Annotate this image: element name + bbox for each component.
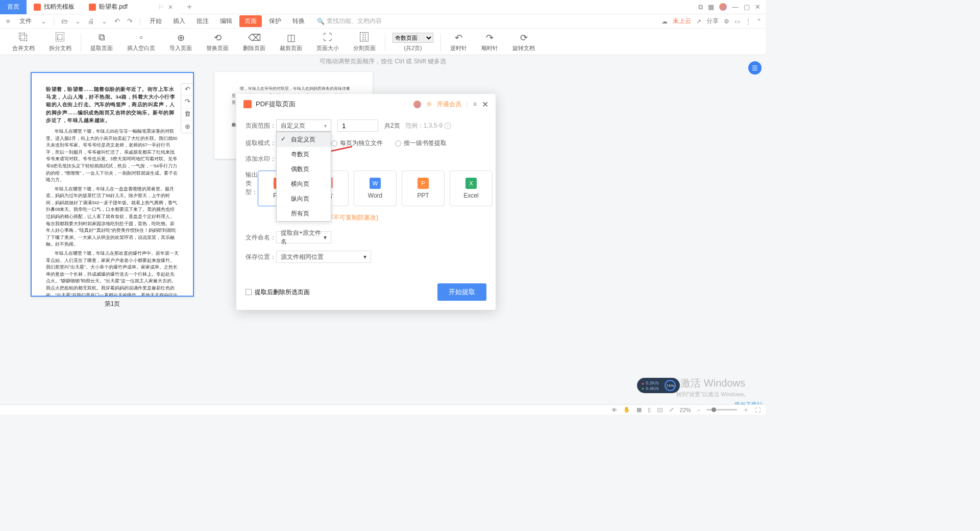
opt-even[interactable]: 偶数页: [277, 162, 331, 177]
type-excel[interactable]: XExcel: [450, 171, 493, 206]
tab-home[interactable]: 首页: [0, 0, 27, 14]
search-box[interactable]: 🔍 查找功能、文档内容: [317, 17, 382, 26]
tool-rotate-ccw[interactable]: ↶逆时针: [443, 33, 474, 52]
chevron-down-icon[interactable]: ⌄: [39, 17, 48, 25]
tool-rotate-ccw-label: 逆时针: [450, 44, 467, 52]
range-select-value: 自定义页: [281, 122, 305, 130]
tab-document[interactable]: 盼望着.pdf ⚐ ✕: [82, 0, 180, 14]
dialog-avatar[interactable]: [413, 101, 421, 108]
opt-portrait[interactable]: 纵向页: [277, 191, 331, 206]
print-icon[interactable]: 🖨: [86, 17, 96, 25]
collapse-icon[interactable]: ⌃: [756, 18, 762, 25]
zoom-slider[interactable]: [706, 409, 737, 411]
dialog-footer: 提取后删除所选页面 开始提取: [236, 281, 496, 310]
menu-page[interactable]: 页面: [239, 15, 262, 27]
tool-divide[interactable]: ⿲分割页面: [346, 33, 383, 52]
tool-rotate-doc[interactable]: ⟳旋转文档: [505, 33, 542, 52]
close-icon[interactable]: ✕: [755, 3, 761, 11]
opt-all[interactable]: 所有页: [277, 206, 331, 221]
two-page-icon[interactable]: ▯▯: [657, 406, 663, 413]
page1-label: 第1页: [105, 300, 120, 308]
rotate-cw-icon[interactable]: ↷: [181, 96, 193, 108]
minimize-icon[interactable]: —: [732, 3, 739, 11]
tool-crop[interactable]: ◫裁剪页面: [273, 33, 309, 52]
zoom-value: 22%: [680, 407, 691, 413]
fit-icon[interactable]: ⤢: [669, 406, 674, 413]
zoom-out-icon[interactable]: −: [697, 407, 700, 413]
tool-replace[interactable]: ⟲替换页面: [199, 33, 236, 52]
kebab-icon[interactable]: ⋮: [745, 18, 751, 25]
rotate-doc-icon: ⟳: [520, 33, 528, 43]
single-page-icon[interactable]: ▯: [648, 406, 651, 413]
chevron-down-icon[interactable]: ⌄: [73, 17, 83, 25]
rotate-ccw-icon[interactable]: ↶: [181, 84, 193, 96]
menu-edit[interactable]: 编辑: [216, 15, 236, 27]
opt-custom[interactable]: 自定义页: [277, 132, 331, 147]
tool-size[interactable]: ⛶页面大小: [309, 33, 346, 52]
tool-import[interactable]: ⊕导入页面: [162, 33, 199, 52]
drag-hint: 可拖动调整页面顺序，按住 Ctrl 或 Shift 键多选: [0, 55, 766, 68]
chk-delete-after[interactable]: 提取后删除所选页面: [246, 288, 310, 297]
hamburger-icon[interactable]: ≡: [4, 17, 12, 25]
start-extract-button[interactable]: 开始提取: [437, 283, 486, 301]
gear-icon[interactable]: ⚙: [724, 18, 729, 25]
naming-value: 提取自+原文件名: [281, 229, 324, 246]
hand-icon[interactable]: ✋: [623, 406, 630, 413]
vip-link[interactable]: 开通会员: [437, 100, 461, 109]
opt-odd[interactable]: 奇数页: [277, 147, 331, 162]
redo-icon[interactable]: ↷: [125, 17, 135, 25]
undo-icon[interactable]: ↶: [112, 17, 122, 25]
page-thumb-1[interactable]: 盼望着，盼望着……随着似盼的新年近了。街市上车水马龙，人山人海，好不热闹。34路…: [31, 72, 194, 297]
trash-icon[interactable]: 🗑: [181, 108, 193, 120]
menu-convert[interactable]: 转换: [288, 15, 309, 27]
tool-blank[interactable]: ▫插入空白页: [120, 33, 162, 52]
fullscreen-icon[interactable]: ⛶: [755, 407, 761, 413]
chevron-down-icon[interactable]: ⌄: [100, 17, 109, 25]
tool-merge[interactable]: ⿻合并文档: [5, 33, 42, 52]
grid-icon[interactable]: ▦: [636, 406, 642, 413]
menu-protect[interactable]: 保护: [265, 15, 285, 27]
menu-insert[interactable]: 插入: [169, 15, 189, 27]
tool-rotate-cw[interactable]: ↷顺时针: [474, 33, 505, 52]
page-select-dropdown[interactable]: 奇数页面: [393, 33, 433, 43]
dialog-menu-icon[interactable]: ≡: [473, 101, 477, 108]
chk-delete-after-label: 提取后删除所选页面: [255, 288, 310, 297]
open-icon[interactable]: 🗁: [59, 17, 70, 25]
savepath-select[interactable]: 源文件相同位置▾: [276, 251, 371, 263]
page-input[interactable]: [337, 119, 378, 132]
dialog-close-icon[interactable]: ✕: [482, 100, 488, 109]
type-ppt[interactable]: PPPT: [402, 171, 445, 206]
type-word[interactable]: WWord: [354, 171, 397, 206]
menu-start[interactable]: 开始: [145, 15, 166, 27]
panel-icon[interactable]: ▭: [734, 18, 740, 25]
radio-per-page[interactable]: 每页为独立文件: [331, 139, 383, 148]
zoom-in-icon[interactable]: ＋: [743, 406, 749, 414]
float-help-button[interactable]: ☰: [748, 61, 762, 75]
page1-para-3: 年味儿在哪里？嗯，年味儿在那欢喜的爆竹声中。新年第一天零点始。人们竟住了睡意，家…: [46, 250, 179, 297]
apps-icon[interactable]: ▦: [708, 3, 714, 11]
maximize-icon[interactable]: ▢: [744, 3, 750, 11]
naming-select[interactable]: 提取自+原文件名▾: [276, 231, 331, 244]
tool-extract[interactable]: ⧉提取页面: [83, 33, 120, 52]
avatar[interactable]: [719, 3, 727, 11]
tab-close-icon[interactable]: ✕: [168, 4, 173, 11]
zoom-in-icon[interactable]: ⊕: [181, 120, 193, 133]
radio-bookmark[interactable]: 按一级书签提取: [395, 139, 447, 148]
tool-split[interactable]: ⿴拆分文档: [42, 33, 79, 52]
perf-gauge: 0.2K/s0.4K/s 74%: [637, 378, 680, 393]
menu-annotate[interactable]: 批注: [192, 15, 213, 27]
menu-file[interactable]: 文件: [15, 15, 36, 27]
tab-add-button[interactable]: ＋: [180, 2, 199, 12]
label-range: 页面范围：: [246, 122, 276, 130]
info-icon[interactable]: i: [445, 123, 451, 129]
layout-icon[interactable]: ⧉: [698, 3, 703, 11]
eye-icon[interactable]: 👁: [611, 407, 617, 413]
tool-replace-label: 替换页面: [206, 44, 229, 52]
tab-pin-icon[interactable]: ⚐: [158, 4, 164, 11]
opt-landscape[interactable]: 横向页: [277, 177, 331, 191]
tab-templates[interactable]: 找稻壳模板: [27, 0, 82, 14]
share-button[interactable]: 分享: [706, 17, 719, 26]
range-select[interactable]: 自定义页 ▾: [276, 119, 331, 132]
tool-delete[interactable]: ⌫删除页面: [236, 33, 273, 52]
cloud-status[interactable]: 未上云: [673, 17, 691, 26]
